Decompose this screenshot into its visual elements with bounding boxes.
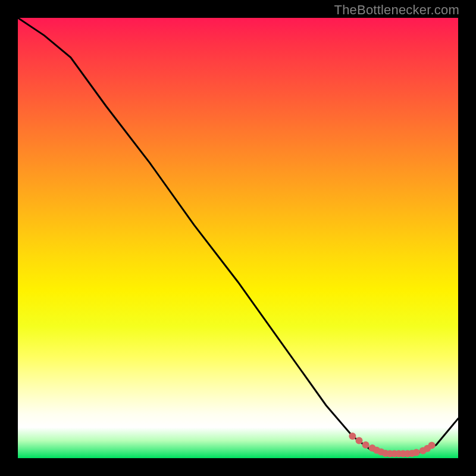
plot-area bbox=[18, 18, 458, 458]
marker-dot bbox=[428, 442, 436, 449]
attribution-text: TheBottlenecker.com bbox=[0, 2, 459, 18]
curve-line bbox=[18, 18, 458, 454]
marker-dot bbox=[349, 433, 356, 440]
marker-layer bbox=[349, 433, 435, 458]
marker-dot bbox=[356, 437, 363, 444]
curve-layer bbox=[18, 18, 458, 454]
marker-dot bbox=[413, 449, 420, 456]
chart-frame: TheBottlenecker.com bbox=[0, 0, 476, 476]
marker-dot bbox=[362, 441, 369, 449]
chart-svg bbox=[18, 18, 458, 458]
